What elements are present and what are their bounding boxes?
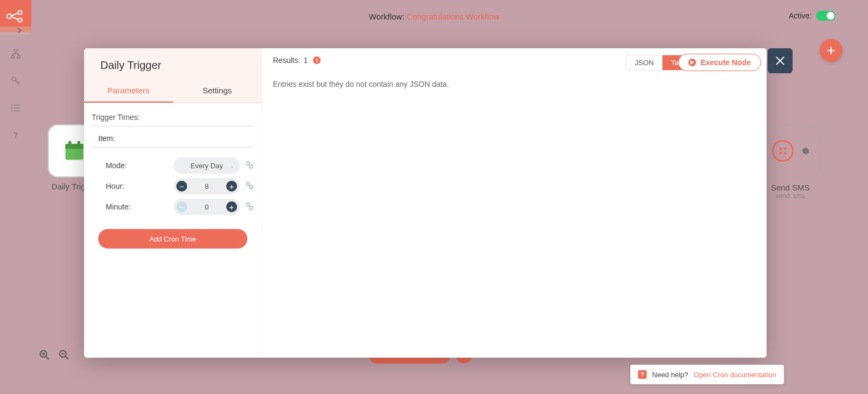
execute-node-button[interactable]: Execute Node (678, 54, 761, 71)
help-label: Need help? (652, 371, 688, 379)
no-data-message: Entries exist but they do not contain an… (273, 80, 756, 88)
svg-point-33 (246, 182, 250, 186)
plus-icon: + (827, 43, 835, 58)
workflow-label: Workflow: (369, 12, 405, 21)
tab-settings[interactable]: Settings (173, 79, 262, 103)
svg-rect-6 (11, 56, 14, 59)
gear-icon[interactable] (245, 181, 254, 192)
list-icon (11, 103, 21, 113)
gear-icon[interactable] (245, 202, 254, 212)
zoom-in-icon (39, 349, 50, 360)
svg-rect-7 (17, 56, 20, 59)
gear-icon[interactable] (245, 161, 254, 171)
svg-point-13 (11, 107, 12, 109)
mode-label: Mode: (106, 161, 149, 170)
svg-line-25 (46, 357, 49, 359)
node-label: Send SMS (762, 183, 819, 192)
zoom-out-button[interactable] (59, 349, 69, 363)
hour-decrement-button[interactable]: − (176, 181, 187, 192)
top-bar: Workflow: Congratulations Workflow (0, 0, 868, 33)
sidebar-item-workflows[interactable] (0, 40, 31, 67)
question-icon: ? (11, 130, 21, 140)
chevron-down-icon: ⌄ (230, 163, 234, 169)
svg-rect-5 (14, 49, 17, 52)
svg-point-32 (250, 165, 253, 168)
results-count: 1 (304, 56, 308, 65)
mode-select[interactable]: Every Day ⌄ (174, 157, 240, 174)
minute-row: Minute: − 0 + (92, 196, 254, 217)
tab-parameters[interactable]: Parameters (84, 79, 173, 103)
item-label: Item: (92, 134, 254, 148)
svg-point-36 (250, 206, 253, 209)
svg-point-22 (779, 152, 782, 155)
minute-decrement-button[interactable]: − (176, 201, 187, 212)
svg-point-31 (246, 162, 250, 165)
node-send-sms[interactable]: Send SMS send: sms (762, 124, 819, 200)
close-modal-button[interactable] (768, 48, 793, 73)
modal-left-panel: Daily Trigger Parameters Settings Trigge… (84, 48, 262, 358)
svg-rect-19 (78, 141, 81, 146)
svg-rect-17 (66, 144, 84, 149)
svg-text:?: ? (14, 131, 18, 139)
execute-label: Execute Node (700, 58, 751, 67)
add-cron-time-button[interactable]: Add Cron Time (98, 229, 247, 249)
node-sublabel: send: sms (762, 192, 819, 200)
sidebar-item-credentials[interactable] (0, 67, 31, 94)
hour-spinner: − 8 + (174, 178, 240, 194)
svg-point-21 (783, 148, 786, 150)
modal-right-panel: Results: 1 i JSON Table Execute Node Ent… (262, 48, 767, 358)
sidebar-item-executions[interactable] (0, 94, 31, 122)
help-link[interactable]: Open Cron documentation (694, 371, 776, 379)
svg-point-34 (250, 186, 253, 189)
svg-point-12 (11, 105, 12, 106)
minute-spinner: − 0 + (174, 199, 240, 215)
svg-rect-18 (68, 141, 72, 146)
calendar-icon (62, 139, 86, 163)
workflow-title: Workflow: Congratulations Workflow (369, 12, 499, 21)
trigger-times-label: Trigger Times: (92, 113, 254, 126)
hour-row: Hour: − 8 + (92, 176, 254, 196)
svg-point-23 (783, 152, 786, 155)
workflow-name[interactable]: Congratulations Workflow (407, 12, 500, 21)
modal-title: Daily Trigger (84, 48, 261, 79)
mode-value: Every Day (190, 162, 223, 170)
parameters-panel: Trigger Times: Item: Mode: Every Day ⌄ H… (84, 103, 261, 358)
svg-point-8 (12, 77, 16, 81)
view-json-button[interactable]: JSON (626, 55, 662, 70)
zoom-out-icon (59, 349, 69, 360)
svg-point-35 (246, 203, 250, 206)
play-icon (688, 59, 696, 66)
hierarchy-icon (11, 49, 21, 59)
svg-line-29 (66, 357, 68, 359)
key-icon (11, 76, 21, 86)
minute-label: Minute: (106, 202, 149, 211)
node-output-dot (802, 148, 809, 154)
results-label: Results: (273, 56, 301, 65)
help-icon: ? (638, 370, 647, 379)
svg-point-20 (779, 148, 782, 150)
node-editor-modal: Daily Trigger Parameters Settings Trigge… (84, 48, 767, 358)
hour-value[interactable]: 8 (187, 182, 226, 190)
close-icon (775, 55, 786, 66)
hour-increment-button[interactable]: + (226, 181, 237, 192)
twilio-icon (772, 140, 794, 162)
zoom-controls (39, 349, 69, 363)
minute-value[interactable]: 0 (187, 203, 226, 211)
modal-tabs: Parameters Settings (84, 79, 261, 103)
left-sidebar: ? (0, 0, 31, 394)
add-node-button[interactable]: + (820, 39, 843, 62)
svg-point-14 (11, 110, 12, 111)
sidebar-item-help[interactable]: ? (0, 122, 31, 149)
help-box: ? Need help? Open Cron documentation (630, 365, 784, 384)
hour-label: Hour: (106, 182, 149, 190)
info-icon[interactable]: i (313, 56, 321, 64)
zoom-in-button[interactable] (39, 349, 50, 363)
minute-increment-button[interactable]: + (226, 201, 237, 212)
mode-row: Mode: Every Day ⌄ (92, 155, 254, 176)
